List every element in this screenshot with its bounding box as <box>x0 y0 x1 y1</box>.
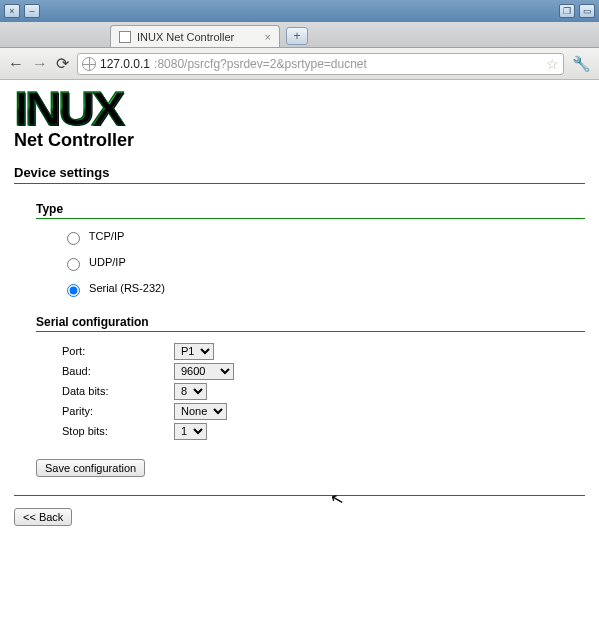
type-heading: Type <box>36 202 585 216</box>
address-bar[interactable]: 127.0.0.1:8080/psrcfg?psrdev=2&psrtype=d… <box>77 53 564 75</box>
radio-label: TCP/IP <box>89 230 124 242</box>
tab-title: INUX Net Controller <box>137 31 234 43</box>
row-baud: Baud: 9600 <box>62 362 585 381</box>
url-host: 127.0.0.1 <box>100 57 150 71</box>
port-select[interactable]: P1 <box>174 343 214 360</box>
window-close-button[interactable]: × <box>4 4 20 18</box>
browser-tab[interactable]: INUX Net Controller × <box>110 25 280 47</box>
back-button[interactable]: << Back <box>14 508 72 526</box>
radio-udp[interactable] <box>67 258 80 271</box>
url-path: :8080/psrcfg?psrdev=2&psrtype=ducnet <box>154 57 367 71</box>
page-content: INUX Net Controller Device settings Type… <box>0 80 599 639</box>
page-favicon-icon <box>119 31 131 43</box>
radio-tcp[interactable] <box>67 232 80 245</box>
stopbits-label: Stop bits: <box>62 425 174 437</box>
type-radio-group: TCP/IP UDP/IP Serial (RS-232) <box>62 229 585 297</box>
bookmark-star-icon[interactable]: ☆ <box>546 56 559 72</box>
save-configuration-button[interactable]: Save configuration <box>36 459 145 477</box>
radio-serial[interactable] <box>67 284 80 297</box>
device-settings-heading: Device settings <box>14 165 585 181</box>
databits-label: Data bits: <box>62 385 174 397</box>
globe-icon <box>82 57 96 71</box>
new-tab-button[interactable]: + <box>286 27 308 45</box>
serial-form: Port: P1 Baud: 9600 Data bits: 8 Parity:… <box>62 342 585 441</box>
divider <box>14 495 585 496</box>
serial-config-heading: Serial configuration <box>36 315 585 329</box>
baud-select[interactable]: 9600 <box>174 363 234 380</box>
radio-label: Serial (RS-232) <box>89 282 165 294</box>
baud-label: Baud: <box>62 365 174 377</box>
logo-block: INUX Net Controller <box>14 86 585 151</box>
row-stopbits: Stop bits: 1 <box>62 422 585 441</box>
row-parity: Parity: None <box>62 402 585 421</box>
browser-toolbar: ← → ⟳ 127.0.0.1:8080/psrcfg?psrdev=2&psr… <box>0 48 599 80</box>
parity-label: Parity: <box>62 405 174 417</box>
parity-select[interactable]: None <box>174 403 227 420</box>
tab-close-icon[interactable]: × <box>265 31 271 43</box>
type-option-serial[interactable]: Serial (RS-232) <box>62 281 585 297</box>
browser-tabstrip: INUX Net Controller × + <box>0 22 599 48</box>
window-titlebar: × – ❐ ▭ <box>0 0 599 22</box>
type-option-udp[interactable]: UDP/IP <box>62 255 585 271</box>
stopbits-select[interactable]: 1 <box>174 423 207 440</box>
back-icon[interactable]: ← <box>8 55 24 73</box>
logo-text: INUX <box>14 86 599 132</box>
radio-label: UDP/IP <box>89 256 126 268</box>
forward-icon: → <box>32 55 48 73</box>
settings-wrench-icon[interactable]: 🔧 <box>572 55 591 73</box>
databits-select[interactable]: 8 <box>174 383 207 400</box>
divider <box>36 331 585 332</box>
reload-icon[interactable]: ⟳ <box>56 54 69 73</box>
row-databits: Data bits: 8 <box>62 382 585 401</box>
port-label: Port: <box>62 345 174 357</box>
type-option-tcp[interactable]: TCP/IP <box>62 229 585 245</box>
window-restore-button[interactable]: ▭ <box>579 4 595 18</box>
window-maximize-button[interactable]: ❐ <box>559 4 575 18</box>
divider <box>36 218 585 219</box>
divider <box>14 183 585 184</box>
window-minimize-button[interactable]: – <box>24 4 40 18</box>
row-port: Port: P1 <box>62 342 585 361</box>
